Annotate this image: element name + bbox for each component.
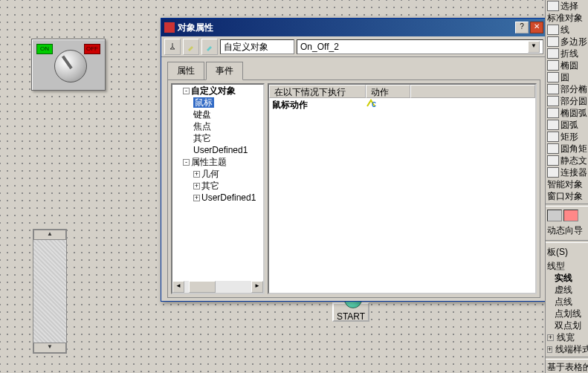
polyline-icon xyxy=(547,48,559,59)
arc-icon xyxy=(547,120,559,130)
close-button[interactable]: ✕ xyxy=(530,22,543,33)
dial-off-label: OFF xyxy=(84,44,100,54)
line-dashdot[interactable]: 点划线 xyxy=(546,308,588,320)
expand-icon[interactable]: + xyxy=(193,183,200,189)
titlebar[interactable]: 对象属性 ? ✕ xyxy=(161,19,546,36)
start-label: START xyxy=(337,311,365,322)
scroll-right-button[interactable]: ► xyxy=(251,281,263,293)
rect-icon xyxy=(547,132,559,142)
col-exec[interactable]: 在以下情况下执行 xyxy=(269,85,366,98)
tool-line[interactable]: 线 xyxy=(546,24,588,36)
expand-icon[interactable]: + xyxy=(193,171,200,178)
scroll-track[interactable] xyxy=(184,281,251,293)
tool-polyline[interactable]: 折线 xyxy=(546,48,588,59)
dial-widget[interactable]: ON OFF xyxy=(31,39,106,91)
tree-root[interactable]: -自定义对象 鼠标 键盘 焦点 其它 UserDefined1 xyxy=(183,85,263,156)
object-name-dropdown[interactable]: On_Off_2 ▼ xyxy=(297,39,543,54)
group-lineend[interactable]: +线端样式 xyxy=(546,343,588,355)
dialog-body: -自定义对象 鼠标 键盘 焦点 其它 UserDefined1 -属性主题 +几… xyxy=(167,80,540,298)
help-button[interactable]: ? xyxy=(515,22,529,33)
slider-down-button[interactable]: ▼ xyxy=(33,343,66,353)
tree-other[interactable]: 其它 xyxy=(193,132,263,144)
tree-hscroll[interactable]: ◄ ► xyxy=(172,281,263,293)
eyedrop1-button[interactable] xyxy=(183,39,199,55)
eyedrop2-button[interactable] xyxy=(201,39,218,55)
start-button[interactable]: START xyxy=(332,302,369,322)
tab-attributes[interactable]: 属性 xyxy=(167,62,204,80)
scroll-thumb[interactable] xyxy=(189,281,216,293)
tool-circle[interactable]: 圆 xyxy=(546,71,588,83)
swatch-pink[interactable] xyxy=(563,210,578,221)
slider-track[interactable] xyxy=(33,240,66,343)
slider-up-button[interactable]: ▲ xyxy=(33,230,66,240)
tool-pie[interactable]: 部分圆 xyxy=(546,95,588,107)
expand-icon[interactable]: + xyxy=(193,195,200,201)
tree-other2[interactable]: +其它 xyxy=(193,180,263,192)
color-swatches xyxy=(546,208,588,223)
pin-button[interactable] xyxy=(164,39,181,55)
line-dashdotdot[interactable]: 双点划 xyxy=(546,320,588,331)
list-header: 在以下情况下执行 动作 xyxy=(269,85,535,98)
tree-ud1[interactable]: UserDefined1 xyxy=(193,144,263,156)
separator xyxy=(546,204,588,207)
slider-widget[interactable]: ▲ ▼ xyxy=(33,229,67,354)
footer-note: 基于表格的 xyxy=(546,361,588,373)
line-icon xyxy=(547,25,559,35)
dynguide-label: 动态向导 xyxy=(546,223,588,239)
dropdown-arrow-icon[interactable]: ▼ xyxy=(528,41,540,53)
tool-select[interactable]: 选择 xyxy=(546,0,588,12)
tool-rect[interactable]: 矩形 xyxy=(546,131,588,143)
pie-icon xyxy=(547,96,559,106)
circle-icon xyxy=(547,72,559,82)
tree-topic[interactable]: -属性主题 +几何 +其它 +UserDefined1 xyxy=(183,156,263,204)
group-winobj[interactable]: 窗口对象 xyxy=(546,190,588,202)
separator xyxy=(546,240,588,243)
tool-rrect[interactable]: 圆角矩 xyxy=(546,143,588,155)
tree-focus[interactable]: 焦点 xyxy=(193,120,263,132)
dialog-icon xyxy=(164,22,175,33)
dialog-toolbar: 自定义对象 On_Off_2 ▼ xyxy=(161,36,546,57)
scroll-left-button[interactable]: ◄ xyxy=(172,281,184,293)
tab-strip: 属性 事件 xyxy=(161,57,546,80)
line-dash[interactable]: 虚线 xyxy=(546,284,588,296)
group-lineweight[interactable]: +线宽 xyxy=(546,331,588,343)
group-stdobj[interactable]: 标准对象 xyxy=(546,12,588,24)
partellipse-icon xyxy=(547,84,559,94)
swatch-grey[interactable] xyxy=(547,210,562,221)
collapse-icon[interactable]: - xyxy=(183,88,190,94)
line-dot[interactable]: 点线 xyxy=(546,296,588,308)
line-solid[interactable]: 实线 xyxy=(546,272,588,284)
tool-polygon[interactable]: 多边形 xyxy=(546,36,588,48)
collapse-icon[interactable]: - xyxy=(183,159,190,166)
polygon-icon xyxy=(547,36,559,47)
tree-mouse[interactable]: 鼠标 xyxy=(193,97,263,108)
rrect-icon xyxy=(547,143,559,154)
col-action[interactable]: 动作 xyxy=(366,85,410,98)
tool-stext[interactable]: 静态文 xyxy=(546,155,588,166)
object-type-field: 自定义对象 xyxy=(220,39,294,54)
dial-knob[interactable] xyxy=(54,50,87,82)
tree-geom[interactable]: +几何 xyxy=(193,168,263,180)
row-exec: 鼠标动作 xyxy=(269,98,366,111)
tool-ellipse[interactable]: 椭圆 xyxy=(546,59,588,71)
event-tree[interactable]: -自定义对象 鼠标 键盘 焦点 其它 UserDefined1 -属性主题 +几… xyxy=(171,83,265,294)
tool-ellarc[interactable]: 椭圆弧 xyxy=(546,107,588,119)
right-toolbox: 选择 标准对象 线 多边形 折线 椭圆 圆 部分椭 部分圆 椭圆弧 圆弧 矩形 … xyxy=(545,0,588,373)
tree-keyboard[interactable]: 键盘 xyxy=(193,108,263,120)
tree-ud2[interactable]: +UserDefined1 xyxy=(193,192,263,204)
list-row[interactable]: 鼠标动作 c xyxy=(269,98,535,111)
text-icon xyxy=(547,155,559,166)
tool-partell[interactable]: 部分椭 xyxy=(546,83,588,95)
group-linetype[interactable]: 线型 xyxy=(546,260,588,272)
separator xyxy=(546,357,588,360)
ellarc-icon xyxy=(547,108,559,118)
col-spacer xyxy=(410,85,535,98)
object-properties-dialog: 对象属性 ? ✕ 自定义对象 On_Off_2 ▼ 属性 事件 -自定义对象 鼠… xyxy=(161,18,547,302)
tab-events[interactable]: 事件 xyxy=(206,62,243,80)
group-smart[interactable]: 智能对象 xyxy=(546,178,588,190)
tool-arc[interactable]: 圆弧 xyxy=(546,119,588,131)
palette-label: 板(S) xyxy=(546,244,588,260)
tool-connector[interactable]: 连接器 xyxy=(546,166,588,178)
event-list[interactable]: 在以下情况下执行 动作 鼠标动作 c xyxy=(268,83,537,294)
action-script-icon[interactable]: c xyxy=(366,99,378,109)
